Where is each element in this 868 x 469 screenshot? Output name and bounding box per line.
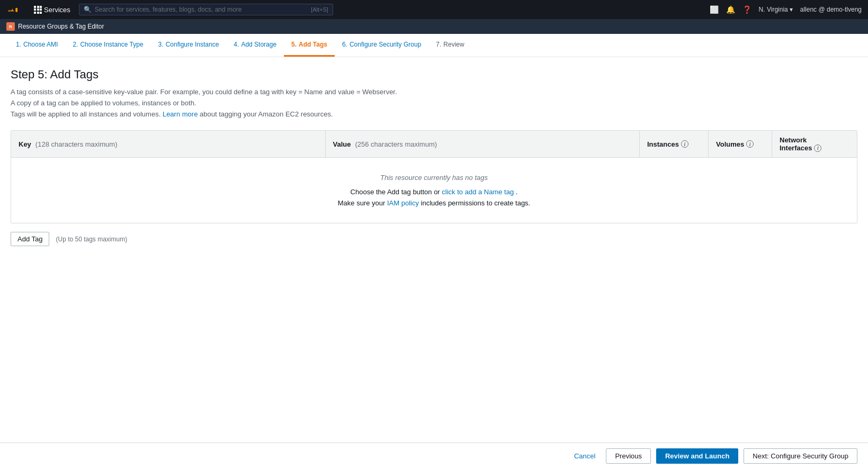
chevron-down-icon: ▾ [790, 6, 793, 13]
page-title: Step 5: Add Tags [11, 68, 857, 82]
page-description: A tag consists of a case-sensitive key-v… [11, 87, 857, 120]
col-volumes-label: Volumes [716, 140, 744, 148]
step-5-num: 5. [291, 41, 297, 48]
add-tag-button[interactable]: Add Tag [11, 232, 49, 246]
col-volumes-header: Volumes i [709, 131, 772, 157]
click-to-add-name-tag-link[interactable]: click to add a Name tag [442, 188, 514, 196]
navbar-right: ⬜ 🔔 ❓ N. Virginia ▾ allenc @ demo-tlveng [710, 5, 862, 14]
desc-line3: Tags will be applied to all instances an… [11, 109, 857, 120]
service-tag[interactable]: R Resource Groups & Tag Editor [6, 22, 104, 31]
step-4-label: Add Storage [241, 41, 276, 48]
empty-msg-post: . [516, 188, 518, 196]
empty-iam-msg: Make sure your IAM policy includes permi… [27, 199, 841, 207]
desc-line1: A tag consists of a case-sensitive key-v… [11, 87, 857, 98]
tags-table: Key (128 characters maximum) Value (256 … [11, 130, 857, 223]
region-selector[interactable]: N. Virginia ▾ [759, 6, 793, 13]
col-interfaces-label: Interfaces [780, 144, 812, 152]
desc-line3-post: about tagging your Amazon EC2 resources. [200, 110, 333, 118]
col-key-hint: (128 characters maximum) [35, 140, 118, 148]
step-3-label: Configure Instance [166, 41, 219, 48]
svg-text:aws: aws [8, 9, 14, 12]
step-3-num: 3. [158, 41, 164, 48]
search-shortcut: [Alt+S] [311, 6, 328, 13]
aws-logo-icon: aws [6, 4, 25, 15]
empty-italic-text: This resource currently has no tags [27, 174, 841, 182]
step-2-instance-type[interactable]: 2. Choose Instance Type [65, 34, 150, 57]
col-value-hint: (256 characters maximum) [355, 140, 437, 148]
terminal-icon[interactable]: ⬜ [710, 5, 719, 14]
desc-line2: A copy of a tag can be applied to volume… [11, 98, 857, 109]
col-instances-label: Instances [647, 140, 679, 148]
help-icon[interactable]: ❓ [742, 5, 751, 14]
step-7-review[interactable]: 7. Review [428, 34, 471, 57]
grid-icon [34, 6, 42, 14]
main-content: Step 5: Add Tags A tag consists of a cas… [0, 57, 868, 288]
service-bar: R Resource Groups & Tag Editor [0, 19, 868, 34]
wizard-steps: 1. Choose AMI 2. Choose Instance Type 3.… [0, 34, 868, 57]
step-4-num: 4. [234, 41, 239, 48]
col-instances-header: Instances i [640, 131, 709, 157]
empty-msg-pre: Choose the Add tag button or [351, 188, 440, 196]
region-label: N. Virginia [759, 6, 788, 13]
search-input[interactable] [95, 6, 308, 13]
step-6-label: Configure Security Group [350, 41, 421, 48]
step-1-choose-ami[interactable]: 1. Choose AMI [8, 34, 65, 57]
col-key-header: Key (128 characters maximum) [11, 131, 326, 157]
step-7-label: Review [443, 41, 464, 48]
col-key-label: Key [19, 140, 31, 148]
col-network-header: Network Interfaces i [772, 131, 857, 157]
aws-brand[interactable]: aws [6, 4, 25, 15]
step-1-label: Choose AMI [23, 41, 58, 48]
interfaces-info-icon[interactable]: i [814, 145, 821, 152]
learn-more-link[interactable]: Learn more [163, 110, 198, 118]
step-3-configure[interactable]: 3. Configure Instance [151, 34, 227, 57]
empty-msg: Choose the Add tag button or click to ad… [27, 188, 841, 196]
step-4-storage[interactable]: 4. Add Storage [226, 34, 284, 57]
bell-icon[interactable]: 🔔 [726, 5, 735, 14]
iam-policy-link[interactable]: IAM policy [387, 199, 419, 207]
empty-iam-pre: Make sure your [338, 199, 386, 207]
step-2-label: Choose Instance Type [80, 41, 143, 48]
col-value-label: Value [333, 140, 351, 148]
step-6-security[interactable]: 6. Configure Security Group [335, 34, 428, 57]
max-tags-note: (Up to 50 tags maximum) [56, 236, 127, 243]
step-2-num: 2. [73, 41, 78, 48]
search-bar[interactable]: 🔍 [Alt+S] [79, 4, 333, 15]
search-icon: 🔍 [84, 6, 92, 13]
tags-empty-state: This resource currently has no tags Choo… [11, 158, 857, 223]
user-menu[interactable]: allenc @ demo-tlveng [800, 6, 862, 13]
volumes-info-icon[interactable]: i [746, 140, 754, 148]
desc-line3-pre: Tags will be applied to all instances an… [11, 110, 160, 118]
step-6-num: 6. [342, 41, 347, 48]
service-label: Resource Groups & Tag Editor [18, 23, 104, 30]
instances-info-icon[interactable]: i [681, 140, 688, 148]
services-button[interactable]: Services [31, 5, 74, 15]
services-label: Services [44, 6, 70, 14]
empty-iam-post: includes permissions to create tags. [421, 199, 531, 207]
step-5-tags[interactable]: 5. Add Tags [284, 34, 335, 57]
step-7-num: 7. [436, 41, 441, 48]
col-network-label: Network [780, 136, 821, 144]
service-icon: R [6, 22, 15, 31]
step-5-label: Add Tags [299, 41, 327, 48]
add-tag-row: Add Tag (Up to 50 tags maximum) [11, 232, 857, 246]
top-navbar: aws Services 🔍 [Alt+S] ⬜ 🔔 ❓ N. Virginia… [0, 0, 868, 19]
step-1-num: 1. [16, 41, 21, 48]
tags-table-header: Key (128 characters maximum) Value (256 … [11, 131, 857, 158]
col-value-header: Value (256 characters maximum) [326, 131, 640, 157]
